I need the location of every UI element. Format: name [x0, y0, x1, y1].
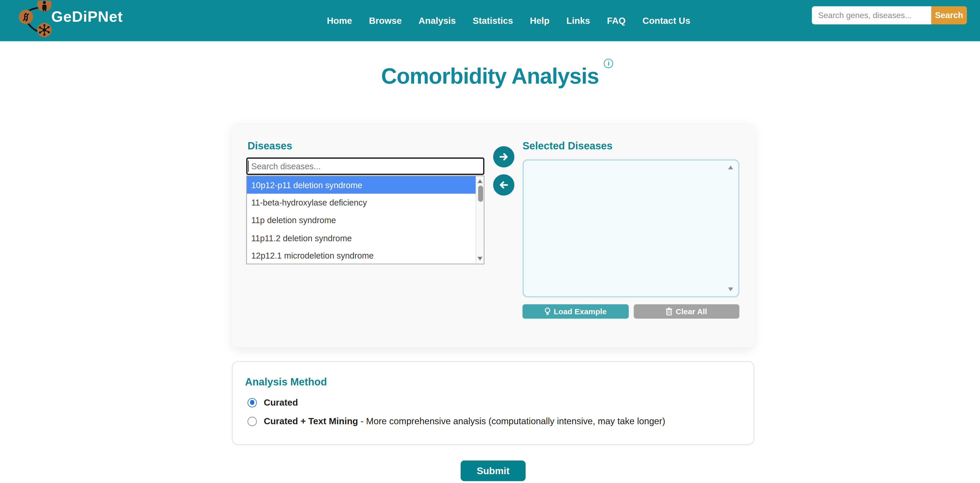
- load-example-label: Load Example: [554, 307, 607, 316]
- nav-item-help[interactable]: Help: [530, 16, 550, 25]
- scroll-down-icon[interactable]: [477, 257, 482, 261]
- method-text-mining-label: Curated + Text Mining: [264, 416, 358, 426]
- title-row: Comorbidity Analysis i: [0, 63, 980, 89]
- arrow-right-icon: [499, 152, 509, 162]
- selected-diseases-listbox[interactable]: [522, 159, 740, 297]
- clear-all-label: Clear All: [676, 307, 707, 316]
- listbox-scroll-down-icon[interactable]: [728, 287, 733, 291]
- nav-item-statistics[interactable]: Statistics: [473, 16, 513, 25]
- logo[interactable]: GeDiPNet: [16, 0, 123, 41]
- nav-item-home[interactable]: Home: [327, 16, 352, 25]
- header-search-input[interactable]: [812, 6, 931, 24]
- header-search: Search: [812, 6, 967, 24]
- text-caret: [248, 160, 249, 172]
- header-search-button[interactable]: Search: [931, 6, 967, 24]
- nav-item-contact-us[interactable]: Contact Us: [643, 16, 690, 25]
- selected-actions: Load Example Clear All: [522, 304, 740, 319]
- radio-unselected-icon[interactable]: [248, 416, 257, 426]
- disease-selection-card: Diseases 10p12-p11 deletion syndrome 11-…: [232, 123, 754, 348]
- analysis-method-card: Analysis Method Curated Curated + Text M…: [232, 361, 754, 445]
- nav-item-analysis[interactable]: Analysis: [418, 16, 456, 25]
- method-option-curated-text-mining[interactable]: Curated + Text Mining - More comprehensi…: [248, 416, 665, 426]
- load-example-button[interactable]: Load Example: [522, 304, 628, 319]
- arrow-left-icon: [499, 180, 509, 190]
- scroll-up-icon[interactable]: [477, 180, 482, 183]
- dropdown-scrollbar[interactable]: [476, 176, 484, 264]
- disease-option-list: 10p12-p11 deletion syndrome 11-beta-hydr…: [247, 176, 476, 264]
- lightbulb-icon: [544, 307, 550, 316]
- submit-button[interactable]: Submit: [461, 461, 526, 481]
- method-option-curated[interactable]: Curated: [248, 397, 298, 407]
- selected-diseases-label: Selected Diseases: [522, 140, 612, 152]
- brand-name: GeDiPNet: [51, 8, 123, 25]
- nav-item-browse[interactable]: Browse: [369, 16, 402, 25]
- disease-option[interactable]: 12p12.1 microdeletion syndrome: [247, 247, 476, 265]
- move-right-button[interactable]: [493, 146, 514, 167]
- trash-icon: [666, 308, 673, 316]
- analysis-method-label: Analysis Method: [245, 376, 327, 388]
- page: GeDiPNet Home Browse Analysis Statistics…: [0, 0, 980, 483]
- disease-option[interactable]: 11p deletion syndrome: [247, 212, 476, 230]
- method-text-mining-description: - More comprehensive analysis (computati…: [358, 416, 665, 426]
- disease-option[interactable]: 10p12-p11 deletion syndrome: [247, 176, 476, 194]
- header: GeDiPNet Home Browse Analysis Statistics…: [0, 0, 980, 41]
- radio-selected-icon[interactable]: [248, 397, 257, 407]
- diseases-label: Diseases: [248, 140, 292, 152]
- clear-all-button[interactable]: Clear All: [633, 304, 739, 319]
- scrollbar-thumb[interactable]: [478, 186, 483, 202]
- nav-item-links[interactable]: Links: [566, 16, 590, 25]
- disease-dropdown: 10p12-p11 deletion syndrome 11-beta-hydr…: [246, 175, 484, 264]
- disease-option[interactable]: 11p11.2 deletion syndrome: [247, 229, 476, 247]
- disease-option[interactable]: 11-beta-hydroxylase deficiency: [247, 194, 476, 212]
- nav-item-faq[interactable]: FAQ: [607, 16, 625, 25]
- info-icon[interactable]: i: [604, 59, 613, 68]
- listbox-scroll-up-icon[interactable]: [728, 166, 733, 169]
- disease-search-input[interactable]: [246, 157, 484, 175]
- method-curated-label: Curated: [264, 397, 298, 407]
- page-title: Comorbidity Analysis: [381, 63, 599, 89]
- move-left-button[interactable]: [493, 174, 514, 195]
- main-nav: Home Browse Analysis Statistics Help Lin…: [327, 0, 690, 41]
